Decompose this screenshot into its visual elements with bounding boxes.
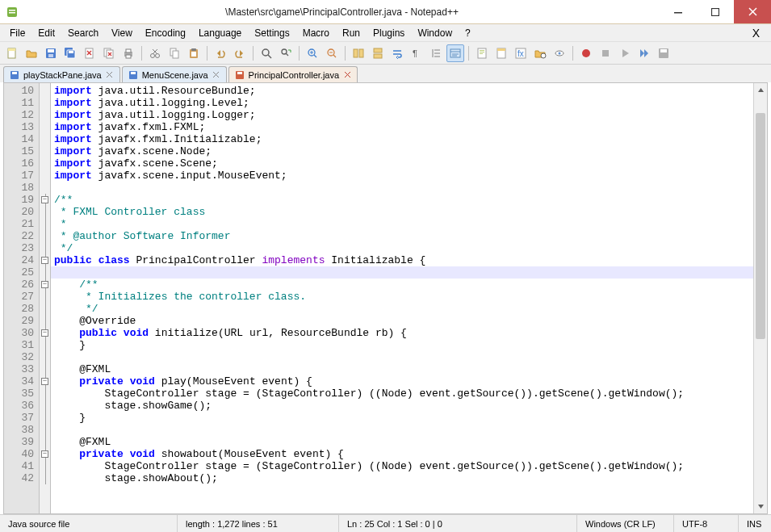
all-chars-button[interactable]: ¶ [408,44,425,62]
toolbar-separator [207,46,207,61]
svg-line-37 [286,53,288,56]
status-mode[interactable]: INS [739,515,771,532]
editor[interactable]: 1011121314151617181920212223242526272829… [3,82,768,514]
stop-macro-button[interactable] [597,44,614,62]
close-file-button[interactable] [81,44,98,62]
tab-principalcontroller[interactable]: PrincipalController.java [228,66,358,82]
menu-edit[interactable]: Edit [31,26,61,40]
tab-label: PrincipalController.java [249,70,340,80]
word-wrap-button[interactable] [388,44,406,62]
menu-plugins[interactable]: Plugins [367,26,411,40]
tab-menuscene[interactable]: MenuScene.java [122,66,227,82]
print-button[interactable] [119,44,137,62]
menubar: File Edit Search View Encoding Language … [0,24,771,42]
undo-button[interactable] [212,44,229,62]
status-eol[interactable]: Windows (CR LF) [577,515,674,532]
toolbar-separator [253,46,254,61]
play-multi-button[interactable] [635,44,653,62]
cut-button[interactable] [146,44,164,62]
play-macro-button[interactable] [616,44,634,62]
open-file-button[interactable] [23,44,40,62]
tab-close-icon[interactable] [212,70,221,80]
menu-language[interactable]: Language [192,26,248,40]
tab-close-icon[interactable] [342,70,352,80]
function-list-button[interactable]: fx [512,44,530,62]
zoom-in-button[interactable] [304,44,321,62]
svg-point-25 [151,53,155,57]
svg-line-39 [314,55,316,57]
menu-view[interactable]: View [105,26,139,40]
menu-help[interactable]: ? [459,26,477,40]
menu-window[interactable]: Window [411,26,459,40]
toolbar-separator [572,46,573,61]
svg-line-43 [333,55,336,57]
replace-button[interactable] [277,44,295,62]
svg-point-69 [559,52,561,54]
paste-button[interactable] [185,44,203,62]
scroll-track[interactable] [754,97,767,500]
menu-encoding[interactable]: Encoding [139,26,192,40]
maximize-button[interactable] [697,0,734,23]
svg-point-26 [156,53,160,57]
toolbar-separator [299,46,300,61]
svg-rect-45 [354,49,358,57]
close-document-button[interactable]: X [744,25,768,41]
svg-rect-47 [374,48,382,52]
svg-rect-30 [173,51,178,58]
status-position: Ln : 25 Col : 1 Sel : 0 | 0 [339,515,577,532]
record-macro-button[interactable] [577,44,595,62]
svg-point-34 [262,49,269,56]
svg-rect-64 [497,48,505,51]
sync-v-button[interactable] [350,44,367,62]
tab-close-icon[interactable] [105,70,115,80]
save-macro-button[interactable] [655,44,673,62]
new-file-button[interactable] [3,44,21,62]
find-button[interactable] [258,44,275,62]
status-encoding[interactable]: UTF-8 [674,515,739,532]
svg-rect-4 [712,8,719,15]
sync-h-button[interactable] [369,44,387,62]
svg-rect-60 [480,50,484,51]
file-modified-icon [234,69,245,81]
folder-workspace-button[interactable] [531,44,549,62]
svg-rect-8 [8,48,15,51]
menu-macro[interactable]: Macro [296,26,336,40]
svg-rect-46 [359,49,363,57]
doc-list-button[interactable] [492,44,510,62]
tab-label: MenuScene.java [142,70,208,80]
line-number-gutter[interactable]: 1011121314151617181920212223242526272829… [4,83,40,513]
scroll-thumb[interactable] [756,113,765,339]
menu-run[interactable]: Run [336,26,367,40]
save-button[interactable] [42,44,60,62]
minimize-button[interactable] [660,0,697,23]
fold-gutter[interactable]: −−−−−− [40,83,51,513]
ud-lang-button[interactable] [446,44,464,62]
scroll-up-button[interactable] [754,83,767,97]
close-button[interactable] [734,0,771,23]
indent-guide-button[interactable] [427,44,445,62]
svg-line-35 [268,55,271,58]
menu-file[interactable]: File [3,26,31,40]
svg-rect-32 [191,48,196,51]
titlebar: \Master\src\game\PrincipalController.jav… [0,0,771,24]
zoom-out-button[interactable] [323,44,341,62]
scroll-down-button[interactable] [754,500,767,513]
app-icon [0,6,24,19]
svg-text:fx: fx [517,49,524,58]
svg-rect-48 [374,54,382,58]
vertical-scrollbar[interactable] [753,83,767,513]
save-all-button[interactable] [61,44,79,62]
svg-text:¶: ¶ [413,48,417,58]
menu-search[interactable]: Search [61,26,105,40]
monitor-button[interactable] [551,44,568,62]
redo-button[interactable] [231,44,249,62]
code-area[interactable]: import java.util.ResourceBundle;import j… [51,83,753,513]
tab-playstackpane[interactable]: playStackPane.java [3,66,120,82]
svg-rect-75 [12,72,17,74]
close-all-button[interactable] [100,44,118,62]
svg-rect-24 [126,55,131,58]
copy-button[interactable] [166,44,183,62]
doc-map-button[interactable] [473,44,491,62]
svg-rect-3 [674,12,682,14]
menu-settings[interactable]: Settings [248,26,295,40]
